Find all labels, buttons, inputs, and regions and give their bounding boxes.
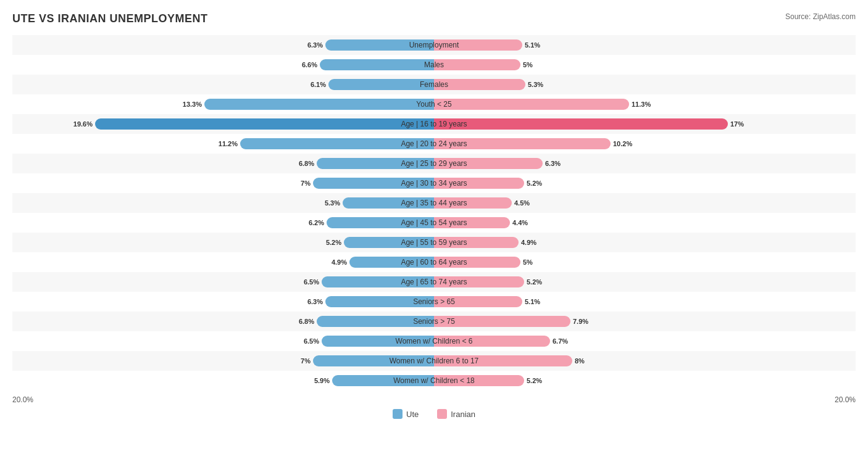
value-left: 6.3% [307,298,323,305]
value-right: 5% [523,61,533,68]
value-right: 8% [575,357,585,365]
bar-iranian [434,276,524,287]
bar-iranian [434,316,570,327]
value-right: 6.3% [545,160,561,167]
value-left: 6.1% [311,81,326,88]
value-right: 4.4% [512,219,528,226]
value-left: 6.6% [302,61,317,68]
chart-row: 6.2%4.4%Age | 45 to 54 years [12,213,856,233]
bar-iranian [434,375,524,386]
value-left: 5.3% [325,199,340,207]
legend-iranian-label: Iranian [451,410,475,419]
bar-ute [322,276,434,287]
chart-row: 6.3%5.1%Seniors > 65 [12,292,856,312]
bar-ute [313,355,434,366]
chart-row: 7%5.2%Age | 30 to 34 years [12,173,856,193]
value-left: 6.3% [307,41,323,49]
bar-ute [322,336,434,347]
chart-row: 5.9%5.2%Women w/ Children < 18 [12,371,856,391]
legend-iranian-box [437,409,447,419]
legend-ute-label: Ute [406,410,419,419]
legend: Ute Iranian [12,409,856,419]
axis-row: 20.0% 20.0% [12,395,856,404]
chart-title: UTE VS IRANIAN UNEMPLOYMENT [12,12,208,25]
bar-iranian [434,79,525,90]
value-left: 6.8% [299,318,314,325]
bar-ute [204,99,434,110]
bar-ute [328,79,434,90]
bar-iranian [434,355,572,366]
chart-header: UTE VS IRANIAN UNEMPLOYMENT Source: ZipA… [12,12,856,25]
legend-iranian: Iranian [437,409,475,419]
bar-ute [95,118,434,130]
chart-row: 11.2%10.2%Age | 20 to 24 years [12,134,856,154]
value-left: 5.2% [326,239,341,246]
bar-ute [344,237,434,248]
bar-iranian [434,257,520,268]
value-right: 7.9% [573,318,588,325]
value-right: 4.9% [521,239,536,246]
chart-row: 5.2%4.9%Age | 55 to 59 years [12,233,856,252]
chart-row: 7%8%Women w/ Children 6 to 17 [12,351,856,371]
value-right: 5.2% [527,278,542,286]
bar-ute [317,316,434,327]
bar-ute [332,375,434,386]
bar-ute [325,39,434,51]
legend-ute-box [393,409,403,419]
chart-row: 6.8%7.9%Seniors > 75 [12,312,856,331]
chart-row: 6.1%5.3%Females [12,75,856,94]
value-right: 5% [523,258,533,266]
bar-iranian [434,59,520,70]
bar-ute [343,197,434,209]
value-left: 4.9% [332,258,347,266]
bar-ute [317,158,434,169]
value-right: 5.2% [527,180,542,187]
bar-ute [313,178,434,189]
value-right: 5.1% [525,298,540,305]
bar-ute [320,59,434,70]
bar-ute [240,138,434,149]
chart-body: 6.3%5.1%Unemployment6.6%5%Males6.1%5.3%F… [12,35,856,391]
value-left: 7% [301,180,311,187]
bar-iranian [434,39,522,51]
value-right: 5.2% [527,377,542,384]
bar-iranian [434,237,519,248]
value-right: 5.3% [528,81,543,88]
value-right: 17% [730,120,744,128]
value-left: 6.5% [304,278,319,286]
value-left: 19.6% [73,120,93,128]
chart-row: 19.6%17%Age | 16 to 19 years [12,114,856,134]
chart-row: 6.6%5%Males [12,55,856,75]
chart-row: 4.9%5%Age | 60 to 64 years [12,252,856,272]
value-left: 6.2% [309,219,324,226]
bar-iranian [434,158,543,169]
value-left: 6.5% [304,337,319,345]
chart-row: 6.5%6.7%Women w/ Children < 6 [12,331,856,351]
bar-iranian [434,336,550,347]
chart-container: UTE VS IRANIAN UNEMPLOYMENT Source: ZipA… [12,12,856,419]
bar-ute [349,257,434,268]
chart-row: 5.3%4.5%Age | 35 to 44 years [12,193,856,213]
value-left: 7% [301,357,311,365]
chart-row: 13.3%11.3%Youth < 25 [12,94,856,114]
bar-iranian [434,138,611,149]
value-left: 5.9% [314,377,330,384]
bar-ute [327,217,434,228]
value-left: 11.2% [219,140,238,147]
axis-left: 20.0% [12,395,33,404]
bar-iranian [434,296,522,307]
bar-iranian [434,217,510,228]
axis-right: 20.0% [835,395,856,404]
value-right: 10.2% [613,140,632,147]
bar-iranian [434,178,524,189]
legend-ute: Ute [393,409,419,419]
bar-ute [325,296,434,307]
value-left: 13.3% [183,101,202,108]
bar-iranian [434,118,728,130]
chart-row: 6.3%5.1%Unemployment [12,35,856,55]
value-right: 4.5% [514,199,530,207]
value-right: 5.1% [525,41,540,49]
chart-row: 6.5%5.2%Age | 65 to 74 years [12,272,856,292]
value-right: 11.3% [632,101,651,108]
chart-source: Source: ZipAtlas.com [785,12,856,21]
